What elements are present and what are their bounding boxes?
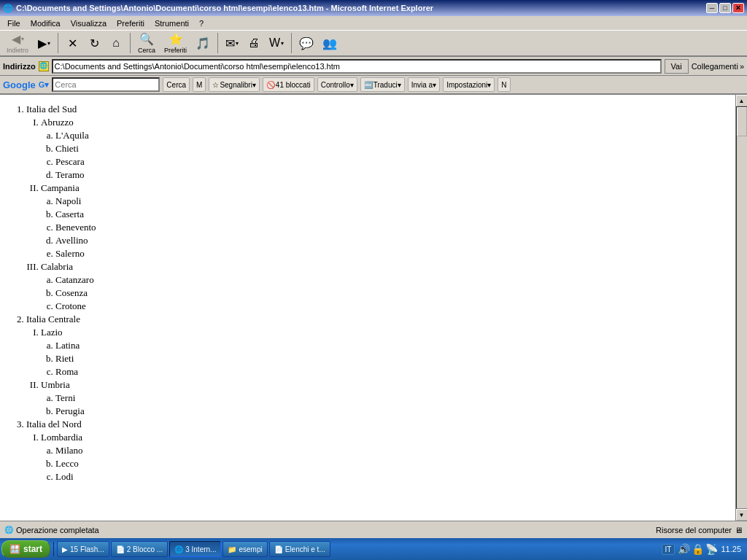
refresh-button[interactable]: ↻ — [84, 34, 104, 52]
city-name: Cosenza — [55, 287, 88, 298]
scrollbar[interactable]: ▲ ▼ — [735, 95, 747, 521]
city-name: Teramo — [55, 169, 85, 180]
scroll-track[interactable] — [736, 106, 748, 509]
title-bar: 🌐 C:\Documents and Settings\Antonio\Docu… — [0, 0, 747, 16]
mail-button[interactable]: ✉ ▾ — [222, 34, 242, 52]
address-input[interactable] — [52, 59, 662, 74]
page-icon: 🌐 — [39, 61, 49, 71]
links-expand-icon: » — [740, 62, 744, 71]
media-button[interactable]: 🎵 — [192, 34, 214, 52]
gmail-icon: M — [196, 81, 202, 89]
translate-button[interactable]: 🔤 Traduci▾ — [360, 77, 405, 92]
bookmarks-icon: ☆ — [212, 81, 219, 89]
home-button[interactable]: ⌂ — [106, 34, 126, 52]
menu-modifica[interactable]: Modifica — [26, 18, 65, 29]
scroll-down-button[interactable]: ▼ — [736, 509, 748, 521]
blocked-button[interactable]: 🚫 41 bloccati — [263, 77, 314, 92]
city-name: Crotone — [55, 300, 86, 311]
province-name: Lombardia — [41, 432, 82, 443]
status-left: 🌐 Operazione completata — [4, 526, 99, 534]
print-button[interactable]: 🖨 — [244, 34, 264, 52]
city-name: Catanzaro — [55, 274, 94, 285]
close-button[interactable]: ✕ — [732, 3, 744, 13]
province-name: Calabria — [41, 261, 73, 272]
list-item: Lecco — [55, 458, 724, 470]
region-name: Italia del Sud — [26, 104, 77, 114]
province-name: Lazio — [41, 327, 63, 338]
menu-preferiti[interactable]: Preferiti — [112, 18, 149, 29]
city-name: Avellino — [55, 235, 88, 246]
links-label: Collegamenti — [692, 62, 738, 71]
city-name: Perugia — [55, 405, 85, 416]
settings-button[interactable]: Impostazioni▾ — [443, 77, 495, 92]
google-search-input[interactable] — [55, 80, 157, 89]
province-list: Lombardia Milano Lecco Lodi — [41, 432, 724, 483]
city-name: Caserta — [55, 209, 84, 219]
back-label: Indietro — [7, 47, 28, 54]
discuss-icon: 💬 — [299, 36, 314, 50]
scroll-up-button[interactable]: ▲ — [736, 95, 748, 106]
list-item: Latina — [55, 340, 724, 351]
mail-arrow-icon: ▾ — [236, 40, 239, 47]
menu-file[interactable]: File — [3, 18, 25, 29]
city-name: Benevento — [55, 222, 96, 233]
list-item: Rieti — [55, 353, 724, 365]
main-area: Italia del Sud Abruzzo L'Aquila Chieti P… — [0, 95, 747, 521]
list-item: Teramo — [55, 169, 724, 181]
region-name: Italia del Nord — [26, 419, 82, 429]
print-icon: 🖨 — [248, 36, 260, 50]
province-list: Lazio Latina Rieti Roma Umbria Terni Per… — [41, 327, 724, 417]
status-right: Risorse del computer 🖥 — [656, 526, 743, 534]
back-button[interactable]: ◀ ▾ Indietro — [3, 30, 32, 56]
mail-icon: ✉ — [225, 36, 235, 50]
google-logo: Google — [3, 79, 36, 90]
menu-help[interactable]: ? — [195, 18, 208, 29]
translate-label: Traduci▾ — [374, 81, 401, 89]
search-label: Cerca — [138, 47, 155, 54]
scroll-thumb[interactable] — [737, 107, 747, 136]
google-search-button[interactable]: Cerca — [163, 77, 190, 92]
list-item: Perugia — [55, 405, 724, 417]
computer-icon: 🖥 — [735, 526, 743, 534]
status-bar: 🌐 Operazione completata Risorse del comp… — [0, 521, 747, 538]
blocked-label: 41 bloccati — [276, 81, 311, 89]
bookmarks-button[interactable]: ☆ Segnalibri▾ — [209, 77, 259, 92]
google-search-box[interactable] — [52, 77, 160, 92]
toolbar: ◀ ▾ Indietro ▶ ▾ ✕ ↻ ⌂ 🔍 Cerca ⭐ Preferi… — [0, 31, 747, 57]
list-item: Italia del Sud Abruzzo L'Aquila Chieti P… — [26, 104, 724, 312]
minimize-button[interactable]: ─ — [706, 3, 718, 13]
go-button[interactable]: Vai — [665, 59, 689, 74]
toolbar-separator-1 — [58, 33, 58, 53]
menu-strumenti[interactable]: Strumenti — [150, 18, 193, 29]
maximize-button[interactable]: □ — [719, 3, 731, 13]
list-item: Benevento — [55, 222, 724, 233]
city-name: Salerno — [55, 248, 85, 259]
back-icon: ◀ — [12, 32, 20, 46]
edit-button[interactable]: W ▾ — [266, 34, 287, 52]
search-button[interactable]: 🔍 Cerca — [134, 30, 159, 56]
stop-button[interactable]: ✕ — [62, 34, 82, 52]
window-controls: ─ □ ✕ — [706, 3, 744, 13]
menu-visualizza[interactable]: Visualizza — [66, 18, 111, 29]
links-button[interactable]: Collegamenti » — [692, 62, 744, 71]
status-icon: 🌐 — [4, 526, 13, 534]
discuss-button[interactable]: 💬 — [295, 34, 317, 52]
norton-button[interactable]: N — [498, 77, 510, 92]
list-item: Italia Centrale Lazio Latina Rieti Roma … — [26, 314, 724, 417]
messenger-button[interactable]: 👥 — [319, 34, 341, 52]
favorites-button[interactable]: ⭐ Preferiti — [160, 30, 190, 56]
search-icon: 🔍 — [139, 32, 154, 46]
city-name: L'Aquila — [55, 130, 89, 141]
google-search-label: Cerca — [166, 81, 186, 89]
toolbar-separator-4 — [291, 33, 292, 53]
norton-icon: N — [501, 81, 506, 89]
list-item: Chieti — [55, 143, 724, 155]
send-button[interactable]: Invia a▾ — [408, 77, 440, 92]
address-label: Indirizzo — [3, 62, 36, 71]
content-area[interactable]: Italia del Sud Abruzzo L'Aquila Chieti P… — [0, 95, 735, 521]
list-item: Napoli — [55, 195, 724, 207]
zone-label: Risorse del computer — [656, 526, 732, 534]
gmail-button[interactable]: M — [193, 77, 206, 92]
forward-button[interactable]: ▶ ▾ — [34, 34, 54, 52]
spell-check-button[interactable]: Controllo▾ — [317, 77, 357, 92]
